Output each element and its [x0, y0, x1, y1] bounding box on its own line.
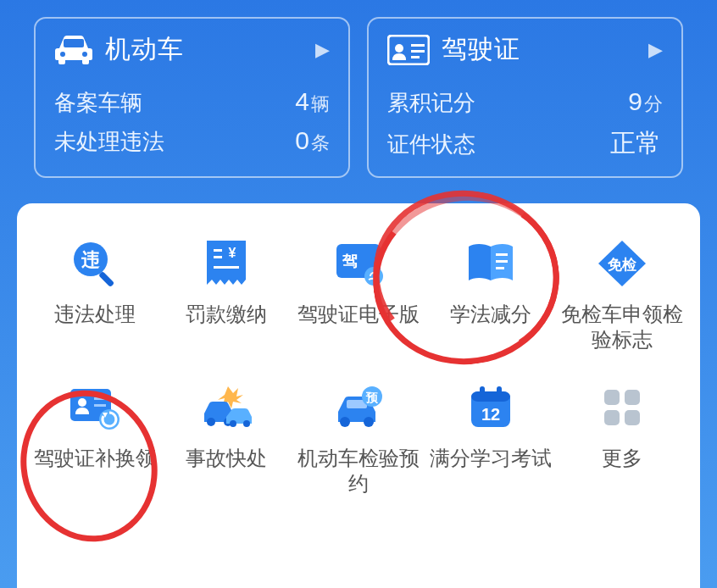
service-label: 违法处理: [54, 302, 136, 327]
svg-point-33: [243, 420, 250, 427]
service-e-license[interactable]: 驾 驾驶证电子版: [292, 237, 425, 352]
license-status-row: 证件状态 正常: [387, 126, 663, 161]
service-violation-handling[interactable]: 违 违法处理: [29, 237, 161, 352]
svg-rect-46: [604, 410, 620, 425]
accident-icon: [197, 381, 256, 434]
service-label: 事故快处: [186, 446, 267, 471]
svg-rect-41: [480, 386, 485, 397]
e-license-icon: 驾: [329, 237, 388, 290]
svg-rect-42: [497, 386, 502, 397]
svg-point-4: [395, 44, 403, 53]
id-card-icon: [387, 35, 430, 65]
license-points-row: 累积记分 9分: [387, 87, 663, 118]
svg-rect-5: [411, 44, 425, 47]
row-label: 备案车辆: [54, 88, 142, 118]
service-label: 驾驶证电子版: [297, 302, 420, 327]
service-more[interactable]: 更多: [556, 381, 688, 496]
more-grid-icon: [592, 381, 652, 434]
svg-rect-7: [411, 56, 420, 58]
svg-rect-6: [411, 50, 425, 53]
exempt-badge-icon: 免检: [592, 237, 652, 290]
vehicle-violations-row: 未处理违法 0条: [54, 126, 330, 157]
row-value: 9: [628, 87, 642, 115]
row-value: 正常: [610, 129, 661, 157]
row-value: 0: [295, 126, 309, 154]
service-label: 机动车检验预约: [292, 446, 425, 496]
svg-point-30: [207, 418, 215, 426]
row-label: 累积记分: [387, 88, 475, 118]
svg-text:违: 违: [81, 249, 100, 270]
service-label: 更多: [602, 446, 642, 471]
service-exempt-inspection[interactable]: 免检 免检车申领检验标志: [556, 237, 688, 352]
services-panel: 违 违法处理 ¥ 罚款缴纳 驾: [17, 203, 700, 588]
svg-rect-0: [64, 39, 84, 47]
car-icon: [54, 35, 93, 65]
service-accident-quick[interactable]: 事故快处: [161, 381, 293, 496]
service-label: 满分学习考试: [430, 446, 552, 471]
chevron-right-icon: ▶: [648, 39, 663, 61]
chevron-right-icon: ▶: [315, 39, 330, 61]
svg-text:12: 12: [481, 405, 499, 424]
row-label: 未处理违法: [54, 127, 164, 157]
svg-rect-14: [214, 266, 239, 269]
svg-point-32: [230, 420, 236, 427]
service-full-points-study[interactable]: 12 满分学习考试: [425, 381, 557, 496]
service-label: 免检车申领检验标志: [556, 302, 688, 352]
service-label: 学法减分: [450, 302, 531, 327]
svg-rect-19: [496, 260, 508, 263]
svg-point-1: [60, 52, 65, 57]
svg-text:¥: ¥: [229, 246, 236, 260]
receipt-icon: ¥: [197, 237, 256, 290]
service-fine-payment[interactable]: ¥ 罚款缴纳: [161, 237, 293, 352]
vehicle-card-header: 机动车 ▶: [54, 32, 330, 79]
row-unit: 分: [644, 93, 663, 114]
license-card[interactable]: 驾驶证 ▶ 累积记分 9分 证件状态 正常: [367, 17, 683, 178]
license-refresh-icon: [65, 381, 125, 434]
row-unit: 辆: [311, 93, 330, 114]
violation-search-icon: 违: [65, 237, 125, 290]
vehicle-card[interactable]: 机动车 ▶ 备案车辆 4辆 未处理违法 0条: [34, 17, 350, 178]
inspection-appointment-icon: 预: [329, 381, 388, 434]
svg-text:预: 预: [365, 391, 379, 404]
service-label: 驾驶证补换领: [34, 446, 156, 471]
svg-rect-20: [496, 267, 504, 269]
calendar-12-icon: 12: [461, 381, 520, 434]
svg-rect-47: [625, 410, 640, 425]
license-card-header: 驾驶证 ▶: [387, 32, 663, 79]
svg-point-36: [364, 417, 374, 427]
license-card-title: 驾驶证: [442, 32, 520, 67]
svg-point-24: [78, 398, 86, 407]
svg-rect-12: [214, 249, 222, 252]
row-value: 4: [295, 87, 309, 115]
vehicle-card-title: 机动车: [105, 32, 184, 67]
open-book-icon: [461, 237, 520, 290]
svg-rect-13: [214, 256, 222, 258]
service-inspection-appointment[interactable]: 预 机动车检验预约: [292, 381, 425, 496]
service-license-replacement[interactable]: 驾驶证补换领: [29, 381, 161, 496]
service-label: 罚款缴纳: [186, 302, 267, 327]
vehicle-registered-row: 备案车辆 4辆: [54, 87, 330, 118]
svg-point-17: [364, 267, 383, 286]
svg-rect-40: [471, 391, 510, 402]
svg-text:驾: 驾: [342, 252, 358, 269]
svg-point-2: [82, 52, 87, 57]
service-study-reduce-points[interactable]: 学法减分: [425, 237, 557, 352]
svg-rect-45: [625, 390, 640, 405]
svg-point-35: [340, 417, 350, 427]
svg-rect-10: [98, 271, 114, 287]
svg-rect-25: [94, 397, 106, 400]
summary-cards-row: 机动车 ▶ 备案车辆 4辆 未处理违法 0条: [0, 0, 717, 178]
svg-rect-44: [604, 390, 620, 405]
svg-text:免检: 免检: [607, 257, 637, 273]
services-grid: 违 违法处理 ¥ 罚款缴纳 驾: [29, 237, 688, 496]
svg-rect-18: [496, 253, 508, 256]
row-unit: 条: [311, 132, 330, 153]
row-label: 证件状态: [387, 130, 475, 159]
svg-rect-26: [94, 404, 106, 407]
